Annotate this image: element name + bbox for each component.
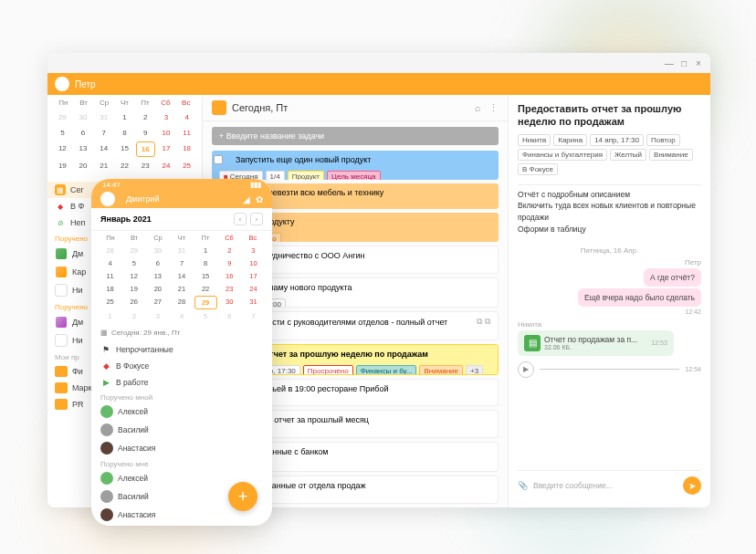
more-icon[interactable]: ⋮ <box>488 102 499 114</box>
file-icon: ▤ <box>524 335 541 351</box>
chat-date: Пятница, 16 Апр. <box>518 246 701 255</box>
person-avatar <box>55 284 68 297</box>
person-avatar <box>55 334 68 347</box>
close-icon[interactable]: × <box>694 58 703 68</box>
user-name: Петр <box>75 79 96 89</box>
tag-assignee[interactable]: Никита <box>518 134 551 146</box>
person-avatar <box>100 508 113 521</box>
calendar-day-headers: ПнВтСрЧтПтСбВс <box>47 95 202 110</box>
chat-author: Никита <box>518 320 701 329</box>
phone-header: Дмитрий ◢ ✿ <box>91 190 272 208</box>
tag: Продукт <box>288 171 324 180</box>
calendar-icon: ▦ <box>100 329 108 337</box>
add-task-input[interactable]: + Введите название задачи <box>212 127 499 145</box>
checkbox-icon[interactable] <box>214 155 223 164</box>
link-icon: ⊘ <box>55 217 66 228</box>
user-name: Дмитрий <box>126 194 237 204</box>
signal-icon: ▮▮▮ <box>250 181 261 189</box>
send-button[interactable]: ➤ <box>683 476 701 495</box>
person-item[interactable]: Анастасия <box>91 439 272 457</box>
tag: +3 <box>466 365 483 375</box>
task-description: Отчёт с подробным описанием Включить туд… <box>518 189 701 235</box>
phone-statusbar: 14:47 ▮▮▮ <box>91 179 272 190</box>
tag: Внимание <box>419 365 463 375</box>
audio-waveform <box>540 369 679 370</box>
tag-assignee[interactable]: Карина <box>553 134 587 146</box>
person-avatar <box>100 423 113 436</box>
calendar-icon <box>212 100 226 115</box>
tag-project[interactable]: Финансы и бухгалтерия <box>518 149 607 161</box>
person-avatar <box>100 472 113 485</box>
section-header: Поручено мной <box>91 391 272 402</box>
section-header: Поручено мне <box>91 457 272 469</box>
calendar-grid[interactable]: 28293031123 45678910 11121314151617 1819… <box>91 245 272 326</box>
add-button[interactable]: + <box>228 482 257 511</box>
tag-date[interactable]: 14 апр, 17:30 <box>590 134 644 146</box>
chat-file-message[interactable]: ▤ Отчет по продажам за п... 32.06 КБ. 12… <box>518 330 674 356</box>
avatar[interactable] <box>55 77 69 91</box>
today-label: ▦Сегодня: 29 янв., Пт <box>91 326 272 340</box>
tag-focus[interactable]: В Фокусе <box>518 163 558 175</box>
prev-month-button[interactable]: ‹ <box>234 213 247 225</box>
bookmark-icon: ◆ <box>55 201 66 212</box>
attachment-icon[interactable]: 📎 <box>518 481 528 490</box>
next-month-button[interactable]: › <box>250 213 263 225</box>
minimize-icon[interactable]: — <box>665 58 674 68</box>
chat-author: Петр <box>518 258 701 267</box>
search-icon[interactable]: ⌕ <box>475 102 481 114</box>
chat-input-row: 📎 Введите сообщение... ➤ <box>518 470 701 500</box>
chat-audio-message[interactable]: ▶ 12:54 <box>518 361 701 378</box>
detail-tags: Никита Карина 14 апр, 17:30 Повтор Финан… <box>518 134 701 175</box>
calendar-day-headers: ПнВтСрЧтПтСбВс <box>91 231 272 245</box>
month-label: Январь 2021 <box>100 214 152 224</box>
month-selector: Январь 2021 ‹ › <box>91 208 272 231</box>
task-title: Предоставить отчет за прошлую неделю по … <box>518 102 701 129</box>
tag-label[interactable]: Внимание <box>649 149 693 161</box>
person-avatar <box>55 266 68 278</box>
avatar[interactable] <box>100 192 115 206</box>
tag-repeat[interactable]: Повтор <box>646 134 680 146</box>
phone-window: 14:47 ▮▮▮ Дмитрий ◢ ✿ Январь 2021 ‹ › Пн… <box>91 179 272 526</box>
gear-icon[interactable]: ✿ <box>256 194 263 204</box>
app-header: Петр <box>47 73 710 95</box>
window-titlebar: — □ × <box>47 53 710 73</box>
person-avatar <box>100 490 113 503</box>
flag-icon: ⚑ <box>100 344 111 355</box>
tag: 1/4 <box>266 171 285 180</box>
maximize-icon[interactable]: □ <box>679 58 688 68</box>
folder-icon <box>55 366 68 377</box>
chat-input[interactable]: Введите сообщение... <box>533 481 677 490</box>
tag-color[interactable]: Желтый <box>610 149 646 161</box>
person-avatar <box>100 442 113 455</box>
chat-time: 12:42 <box>518 308 701 315</box>
play-icon: ▶ <box>100 377 111 388</box>
calendar-grid[interactable]: 2930311234 567891011 12131415161718 1920… <box>47 110 202 178</box>
sidebar-item-label: Неп <box>70 218 85 227</box>
person-avatar <box>55 247 68 260</box>
person-avatar <box>100 405 113 418</box>
task-list-header: Сегодня, Пт ⌕ ⋮ <box>203 95 508 121</box>
chat-message: Ещё вчера надо было сделать <box>578 288 701 307</box>
copy-icon[interactable]: ⧉ ⧉ <box>477 317 490 327</box>
person-avatar <box>55 316 68 329</box>
sidebar-item-label: В Ф <box>70 202 84 211</box>
play-icon[interactable]: ▶ <box>518 361 534 378</box>
folder-icon <box>55 382 68 393</box>
person-item[interactable]: Алексей <box>91 402 272 421</box>
sidebar-item-label: Сег <box>70 185 84 194</box>
person-item[interactable]: Василий <box>91 421 272 439</box>
filter-progress[interactable]: ▶В работе <box>91 374 272 391</box>
bookmark-icon: ◆ <box>100 361 111 371</box>
filter-unread[interactable]: ⚑Непрочитанные <box>91 341 272 358</box>
filter-focus[interactable]: ◆В Фокусе <box>91 358 272 374</box>
calendar-icon: ▦ <box>55 184 66 195</box>
chat-message: А где отчёт? <box>644 268 701 287</box>
task-item[interactable]: Запустить еще один новый продукт Сегодня… <box>212 151 499 180</box>
detail-panel: Предоставить отчет за прошлую неделю по … <box>508 95 710 507</box>
tag: Просрочено <box>303 365 353 375</box>
list-title: Сегодня, Пт <box>232 102 469 113</box>
tag: Цель месяца <box>327 171 380 180</box>
folder-icon <box>55 399 68 410</box>
chart-icon[interactable]: ◢ <box>243 194 250 204</box>
tag: Финансы и бу... <box>356 365 417 375</box>
